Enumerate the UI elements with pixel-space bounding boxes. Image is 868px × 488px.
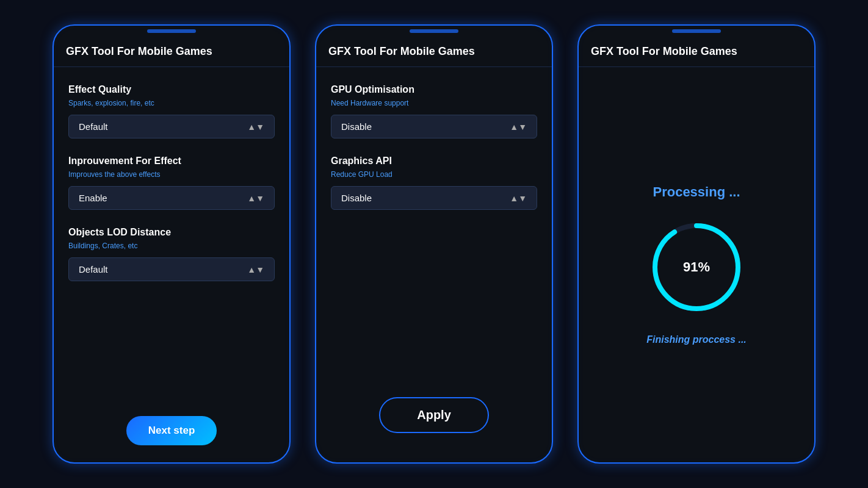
setting-group-lod: Objects LOD Distance Buildings, Crates, … bbox=[68, 227, 275, 281]
phone-header-3: GFX Tool For Mobile Games bbox=[579, 26, 814, 67]
apply-button[interactable]: Apply bbox=[379, 397, 489, 433]
phone-header-1: GFX Tool For Mobile Games bbox=[54, 26, 289, 67]
phone-title-3: GFX Tool For Mobile Games bbox=[591, 45, 802, 58]
gpu-dropdown[interactable]: Disable ▲▼ bbox=[331, 115, 537, 138]
lod-label: Objects LOD Distance bbox=[68, 227, 275, 238]
gpu-sublabel: Need Hardware support bbox=[331, 99, 537, 107]
effect-quality-sublabel: Sparks, explosion, fire, etc bbox=[68, 99, 275, 107]
graphics-api-dropdown[interactable]: Disable ▲▼ bbox=[331, 186, 537, 210]
progress-text: 91% bbox=[683, 259, 710, 275]
phone-content-1: Effect Quality Sparks, explosion, fire, … bbox=[54, 67, 289, 462]
effect-quality-dropdown[interactable]: Default ▲▼ bbox=[68, 115, 275, 138]
lod-value: Default bbox=[79, 264, 108, 274]
graphics-api-label: Graphics API bbox=[331, 156, 537, 167]
effect-quality-value: Default bbox=[79, 121, 108, 132]
improvement-dropdown[interactable]: Enable ▲▼ bbox=[68, 186, 275, 210]
graphics-api-value: Disable bbox=[341, 193, 372, 203]
processing-container: Processing ... 91% Finishing proccess ..… bbox=[579, 67, 814, 462]
setting-group-improvement: Inprouvement For Effect Improuves the ab… bbox=[68, 156, 275, 210]
lod-sublabel: Buildings, Crates, etc bbox=[68, 242, 275, 250]
improvement-arrows-icon: ▲▼ bbox=[247, 194, 264, 203]
next-step-button[interactable]: Next step bbox=[126, 416, 217, 445]
gpu-label: GPU Optimisation bbox=[331, 84, 537, 95]
improvement-label: Inprouvement For Effect bbox=[68, 156, 275, 167]
effect-quality-arrows-icon: ▲▼ bbox=[247, 123, 264, 131]
setting-group-gpu: GPU Optimisation Need Hardware support D… bbox=[331, 84, 537, 138]
graphics-api-sublabel: Reduce GPU Load bbox=[331, 170, 537, 179]
improvement-sublabel: Improuves the above effects bbox=[68, 170, 275, 179]
phone-header-2: GFX Tool For Mobile Games bbox=[316, 26, 552, 67]
lod-dropdown[interactable]: Default ▲▼ bbox=[68, 257, 275, 281]
gpu-value: Disable bbox=[341, 121, 372, 132]
setting-group-graphics-api: Graphics API Reduce GPU Load Disable ▲▼ bbox=[331, 156, 537, 210]
phone-content-2: GPU Optimisation Need Hardware support D… bbox=[316, 67, 552, 462]
phone-frame-3: GFX Tool For Mobile Games Processing ...… bbox=[577, 24, 816, 464]
phone-frame-1: GFX Tool For Mobile Games Effect Quality… bbox=[52, 24, 291, 464]
phone-title-2: GFX Tool For Mobile Games bbox=[328, 45, 540, 58]
setting-group-effect-quality: Effect Quality Sparks, explosion, fire, … bbox=[68, 84, 275, 138]
gpu-arrows-icon: ▲▼ bbox=[510, 123, 527, 131]
graphics-api-arrows-icon: ▲▼ bbox=[510, 194, 527, 203]
improvement-value: Enable bbox=[79, 193, 107, 203]
progress-ring-container: 91% bbox=[648, 218, 745, 316]
phone-title-1: GFX Tool For Mobile Games bbox=[66, 45, 277, 58]
effect-quality-label: Effect Quality bbox=[68, 84, 275, 95]
processing-title: Processing ... bbox=[653, 184, 740, 200]
finishing-text: Finishing proccess ... bbox=[646, 334, 747, 345]
phone-frame-2: GFX Tool For Mobile Games GPU Optimisati… bbox=[315, 24, 553, 464]
lod-arrows-icon: ▲▼ bbox=[247, 265, 264, 274]
